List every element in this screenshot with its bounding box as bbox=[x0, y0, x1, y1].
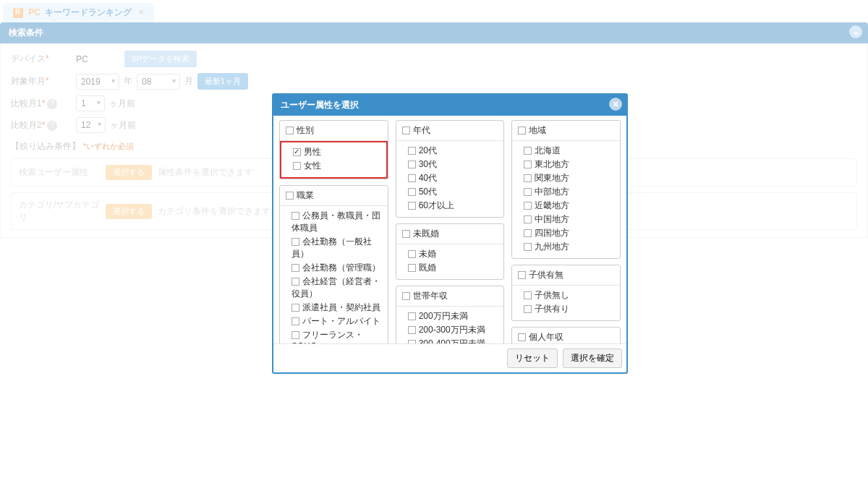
filter-option[interactable]: 中国地方 bbox=[524, 213, 614, 226]
checkbox-icon[interactable] bbox=[518, 127, 526, 134]
modal-column-1: 性別男性女性職業公務員・教職員・団体職員会社勤務（一般社員）会社勤務（管理職）会… bbox=[279, 120, 388, 238]
filter-group: 性別男性女性 bbox=[279, 120, 388, 179]
filter-option[interactable]: 女性 bbox=[293, 159, 380, 173]
checkbox-icon[interactable] bbox=[524, 188, 532, 196]
filter-option[interactable]: 中部地方 bbox=[524, 185, 614, 199]
checkbox-icon[interactable] bbox=[286, 192, 294, 200]
checkbox-icon[interactable] bbox=[408, 202, 416, 210]
checkbox-icon[interactable] bbox=[524, 161, 532, 168]
filter-group-body: 20代30代40代50代60才以上 bbox=[396, 141, 504, 217]
filter-option[interactable]: 20代 bbox=[408, 144, 498, 158]
modal-close-icon[interactable]: × bbox=[609, 98, 622, 111]
filter-option[interactable]: 関東地方 bbox=[524, 171, 614, 185]
filter-option[interactable]: 東北地方 bbox=[524, 158, 614, 171]
checkbox-icon[interactable] bbox=[408, 161, 416, 168]
checkbox-icon[interactable] bbox=[292, 212, 299, 220]
checkbox-icon[interactable] bbox=[408, 147, 416, 155]
checkbox-icon[interactable] bbox=[402, 127, 410, 134]
filter-group: 年代20代30代40代50代60才以上 bbox=[396, 120, 505, 218]
modal-column-2: 年代20代30代40代50代60才以上未既婚未婚既婚世帯年収200万円未満200… bbox=[396, 120, 505, 238]
filter-option[interactable]: 近畿地方 bbox=[524, 199, 614, 213]
filter-group: 地域北海道東北地方関東地方中部地方近畿地方中国地方四国地方九州地方 bbox=[511, 120, 621, 238]
filter-group-header[interactable]: 性別 bbox=[280, 121, 388, 141]
filter-option[interactable]: 四国地方 bbox=[524, 226, 614, 238]
filter-group-body: 北海道東北地方関東地方中部地方近畿地方中国地方四国地方九州地方 bbox=[512, 141, 620, 238]
filter-option[interactable]: 60才以上 bbox=[408, 199, 498, 213]
modal-body: 性別男性女性職業公務員・教職員・団体職員会社勤務（一般社員）会社勤務（管理職）会… bbox=[273, 116, 626, 238]
modal-column-3: 地域北海道東北地方関東地方中部地方近畿地方中国地方四国地方九州地方子供有無子供無… bbox=[511, 120, 621, 238]
filter-group-body: 男性女性 bbox=[280, 141, 388, 179]
checkbox-icon[interactable] bbox=[402, 230, 410, 238]
checkbox-icon[interactable] bbox=[524, 147, 532, 155]
filter-option[interactable]: 会社勤務（一般社員） bbox=[292, 235, 382, 238]
filter-option[interactable]: 40代 bbox=[408, 171, 498, 185]
modal-title: ユーザー属性を選択 bbox=[281, 100, 359, 110]
filter-group-body: 公務員・教職員・団体職員会社勤務（一般社員）会社勤務（管理職）会社経営（経営者・… bbox=[280, 206, 388, 238]
filter-group-header[interactable]: 地域 bbox=[512, 121, 620, 141]
filter-option[interactable]: 30代 bbox=[408, 158, 498, 171]
filter-option[interactable]: 50代 bbox=[408, 185, 498, 199]
modal-overlay: ユーザー属性を選択 × 性別男性女性職業公務員・教職員・団体職員会社勤務（一般社… bbox=[0, 0, 868, 238]
checkbox-icon[interactable] bbox=[408, 174, 416, 182]
filter-option[interactable]: 男性 bbox=[293, 145, 380, 159]
checkbox-icon[interactable] bbox=[524, 202, 532, 210]
checkbox-icon[interactable] bbox=[524, 174, 532, 182]
filter-group-header[interactable]: 未既婚 bbox=[396, 224, 504, 238]
modal-header: ユーザー属性を選択 × bbox=[273, 95, 626, 116]
checkbox-icon[interactable] bbox=[293, 148, 301, 156]
checkbox-icon[interactable] bbox=[524, 215, 532, 223]
checkbox-icon[interactable] bbox=[293, 162, 301, 170]
filter-group-header[interactable]: 年代 bbox=[396, 121, 504, 141]
filter-option[interactable]: 公務員・教職員・団体職員 bbox=[292, 209, 382, 235]
checkbox-icon[interactable] bbox=[524, 229, 532, 237]
filter-group: 職業公務員・教職員・団体職員会社勤務（一般社員）会社勤務（管理職）会社経営（経営… bbox=[279, 185, 388, 238]
user-attr-modal: ユーザー属性を選択 × 性別男性女性職業公務員・教職員・団体職員会社勤務（一般社… bbox=[272, 93, 628, 238]
filter-group: 未既婚未婚既婚 bbox=[396, 223, 505, 238]
filter-option[interactable]: 北海道 bbox=[524, 144, 614, 158]
checkbox-icon[interactable] bbox=[286, 127, 294, 134]
filter-group-header[interactable]: 職業 bbox=[280, 186, 388, 206]
checkbox-icon[interactable] bbox=[408, 188, 416, 196]
